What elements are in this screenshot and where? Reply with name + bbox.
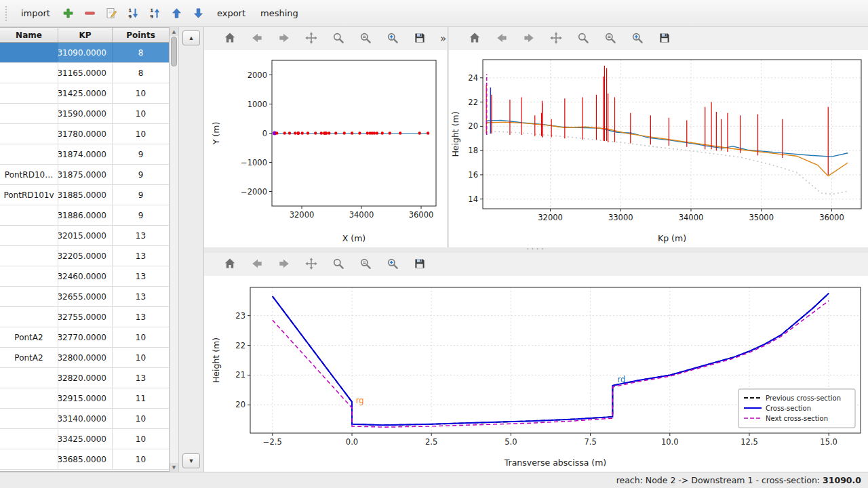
cell-kp[interactable]: 31090.0000 xyxy=(58,43,113,62)
cell-kp[interactable]: 32820.0000 xyxy=(58,368,113,388)
scrollbar-up-arrow-icon[interactable]: ▲ xyxy=(170,27,178,36)
cell-kp[interactable]: 31885.0000 xyxy=(58,185,113,205)
zoom-button[interactable] xyxy=(330,256,347,272)
sort-descending-button[interactable]: 19 xyxy=(123,3,144,24)
home-button[interactable] xyxy=(222,256,238,272)
cell-name[interactable] xyxy=(0,307,58,327)
scrollbar-down-arrow-icon[interactable]: ▼ xyxy=(170,463,178,472)
pan-button[interactable] xyxy=(303,30,319,47)
cell-name[interactable] xyxy=(0,63,58,83)
cell-kp[interactable]: 31886.0000 xyxy=(58,205,113,225)
cell-points[interactable]: 10 xyxy=(113,429,169,449)
cell-points[interactable]: 13 xyxy=(113,307,169,327)
table-row[interactable]: 33425.000010 xyxy=(0,429,169,449)
splitter-handle[interactable]: ···· xyxy=(204,247,868,253)
cell-kp[interactable]: 31780.0000 xyxy=(58,124,113,144)
table-row[interactable]: 32915.000011 xyxy=(0,388,169,409)
add-cross-section-button[interactable] xyxy=(58,3,79,24)
table-row[interactable]: PontA232800.000010 xyxy=(0,348,169,368)
editplot-button[interactable] xyxy=(629,30,646,47)
cell-name[interactable] xyxy=(0,104,58,123)
cell-kp[interactable]: 32755.0000 xyxy=(58,307,113,327)
cell-kp[interactable]: 32915.0000 xyxy=(58,388,113,408)
previous-section-button[interactable]: ▲ xyxy=(182,30,200,45)
cell-kp[interactable]: 32205.0000 xyxy=(58,246,113,266)
cell-name[interactable] xyxy=(0,246,58,266)
table-row[interactable]: 31874.00009 xyxy=(0,144,169,165)
table-row[interactable]: 31165.00008 xyxy=(0,63,169,83)
zoom-button[interactable] xyxy=(575,30,591,47)
meshing-button[interactable]: meshing xyxy=(254,5,305,22)
cell-points[interactable]: 13 xyxy=(113,266,169,286)
cell-points[interactable]: 10 xyxy=(113,327,169,347)
cell-kp[interactable]: 32460.0000 xyxy=(58,266,113,286)
cell-name[interactable]: PontA2 xyxy=(0,348,58,367)
table-row[interactable]: 32655.000013 xyxy=(0,287,169,307)
sort-ascending-button[interactable]: 19 xyxy=(145,3,165,24)
editplot-button[interactable] xyxy=(384,256,401,272)
cell-kp[interactable]: 33140.0000 xyxy=(58,409,113,428)
table-row[interactable]: 33140.000010 xyxy=(0,409,169,429)
cell-kp[interactable]: 31165.0000 xyxy=(58,63,113,83)
move-down-button[interactable] xyxy=(189,3,209,24)
subplots-button[interactable] xyxy=(602,30,618,47)
cell-name[interactable]: PontA2 xyxy=(0,327,58,347)
column-header-points[interactable]: Points xyxy=(113,28,169,42)
table-row[interactable]: 32015.000013 xyxy=(0,226,169,246)
table-row[interactable]: PontRD10…31875.00009 xyxy=(0,165,169,185)
cell-kp[interactable]: 31425.0000 xyxy=(58,83,113,103)
cell-kp[interactable]: 31590.0000 xyxy=(58,104,113,123)
scrollbar-track[interactable] xyxy=(170,36,178,463)
cell-kp[interactable]: 33685.0000 xyxy=(58,449,113,469)
move-up-button[interactable] xyxy=(167,3,187,24)
table-row[interactable]: 32755.000013 xyxy=(0,307,169,327)
cell-name[interactable] xyxy=(0,388,58,408)
cell-name[interactable] xyxy=(0,124,58,144)
next-section-button[interactable]: ▼ xyxy=(182,453,200,468)
cross-section-canvas[interactable]: −2.50.02.55.07.510.012.515.020212223Tran… xyxy=(204,276,868,472)
cell-name[interactable] xyxy=(0,409,58,428)
table-row[interactable]: 31780.000010 xyxy=(0,124,169,144)
cell-kp[interactable]: 33425.0000 xyxy=(58,429,113,449)
cell-name[interactable] xyxy=(0,429,58,449)
cell-name[interactable] xyxy=(0,266,58,286)
cell-points[interactable]: 13 xyxy=(113,226,169,245)
cell-kp[interactable]: 31874.0000 xyxy=(58,144,113,164)
cell-kp[interactable]: 31875.0000 xyxy=(58,165,113,184)
cell-name[interactable] xyxy=(0,449,58,469)
cell-points[interactable]: 11 xyxy=(113,388,169,408)
table-row[interactable]: 31590.000010 xyxy=(0,104,169,124)
save-button[interactable] xyxy=(656,30,673,47)
toolbar-handle[interactable] xyxy=(5,6,8,21)
remove-cross-section-button[interactable] xyxy=(80,3,100,24)
table-row[interactable]: PontA232770.000010 xyxy=(0,327,169,348)
save-button[interactable] xyxy=(412,256,428,272)
editplot-button[interactable] xyxy=(384,30,401,47)
cell-name[interactable] xyxy=(0,144,58,164)
cell-name[interactable] xyxy=(0,83,58,103)
home-button[interactable] xyxy=(467,30,483,47)
toolbar-overflow-button[interactable]: » xyxy=(440,33,446,45)
pan-button[interactable] xyxy=(303,256,319,272)
cell-points[interactable]: 9 xyxy=(113,144,169,164)
back-button[interactable] xyxy=(249,256,265,272)
cell-name[interactable] xyxy=(0,43,58,62)
home-button[interactable] xyxy=(222,30,238,47)
table-row[interactable]: 32205.000013 xyxy=(0,246,169,266)
table-row[interactable]: PontRD101v31885.00009 xyxy=(0,185,169,205)
forward-button[interactable] xyxy=(276,256,292,272)
table-row[interactable]: 31425.000010 xyxy=(0,83,169,104)
cell-points[interactable]: 10 xyxy=(113,104,169,123)
cell-kp[interactable]: 32800.0000 xyxy=(58,348,113,367)
back-button[interactable] xyxy=(494,30,510,47)
cell-name[interactable] xyxy=(0,287,58,306)
zoom-button[interactable] xyxy=(330,30,347,47)
plan-view-canvas[interactable]: 320003400036000−2000−1000010002000X (m)Y… xyxy=(204,50,447,247)
back-button[interactable] xyxy=(249,30,265,47)
export-button[interactable]: export xyxy=(210,5,252,22)
forward-button[interactable] xyxy=(521,30,537,47)
cell-points[interactable]: 10 xyxy=(113,83,169,103)
cell-points[interactable]: 9 xyxy=(113,205,169,225)
import-button[interactable]: import xyxy=(14,5,57,22)
scrollbar-thumb[interactable] xyxy=(171,37,177,66)
